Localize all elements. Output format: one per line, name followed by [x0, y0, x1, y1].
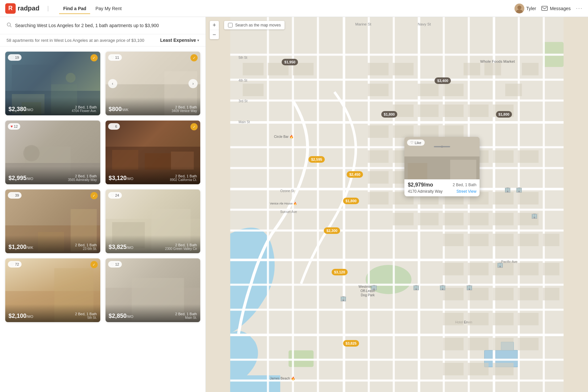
listing-image: ♡ 12 $2,850/MO 2 Bed, 1 Bath Main St. — [106, 258, 201, 322]
more-button[interactable]: ··· — [576, 5, 583, 12]
svg-rect-150 — [518, 288, 539, 300]
svg-text:Circle Bar 🔥: Circle Bar 🔥 — [274, 135, 294, 139]
listing-period: /WK — [26, 246, 33, 250]
hearts-badge: ♡ 19 — [8, 54, 22, 61]
svg-rect-138 — [468, 234, 489, 246]
results-count: 58 apartments for rent in West Los Angel… — [7, 38, 144, 43]
price-pin[interactable]: $1,800 — [381, 111, 398, 118]
listing-card[interactable]: ♡ 6 ✓ $3,120/MO 2 Bed, 1 Bath 8902 Calif… — [106, 121, 201, 184]
price-pin[interactable]: $3,400 — [435, 77, 451, 84]
svg-rect-160 — [443, 363, 464, 375]
listing-image: ♡ 24 $3,825/MO 2 Bed, 1 Bath 2300 Green … — [106, 189, 201, 253]
prev-photo-button[interactable]: ‹ — [108, 79, 117, 88]
heart-icon: ♡ — [10, 262, 14, 267]
price-pin[interactable]: $1,800 — [343, 198, 359, 204]
listing-address: 3409 Venice Way — [172, 109, 197, 113]
popup-like-button[interactable]: ♡ Like — [407, 139, 424, 146]
listing-price: $2,995 — [8, 175, 26, 181]
hearts-badge: ♡ 6 — [108, 123, 120, 130]
svg-rect-55 — [230, 230, 564, 232]
listing-image: ♡ 72 ✓ $2,100/MO 2 Bed, 1 Bath 5th St. — [5, 258, 100, 322]
listing-price: $2,850 — [109, 313, 127, 319]
svg-rect-111 — [418, 125, 439, 138]
building-icon: 🏢 — [466, 284, 473, 290]
svg-rect-153 — [468, 313, 489, 325]
zoom-in-button[interactable]: + — [210, 21, 219, 30]
popup-street-view[interactable]: Street View — [456, 189, 476, 194]
svg-rect-130 — [518, 192, 539, 204]
svg-text:4th St: 4th St — [238, 79, 247, 82]
listing-price-group: $2,995/MO — [8, 175, 33, 182]
svg-rect-151 — [543, 288, 559, 300]
hearts-badge: ♡ 24 — [108, 192, 122, 199]
listing-overlay: $2,380/MO 2 Bed, 1 Bath 4704 Flower Ave. — [5, 97, 100, 115]
nav-find-pad[interactable]: Find a Pad — [59, 3, 90, 14]
listing-price-group: $2,850/MO — [109, 313, 134, 319]
hearts-badge: ♡ 39 — [8, 192, 22, 199]
popup-image: ♡ Like — [404, 137, 480, 179]
svg-rect-149 — [493, 288, 514, 300]
listing-address: 3565 Admiralty Way — [68, 178, 97, 182]
hearts-count: 72 — [15, 262, 19, 266]
search-query: Searching West Los Angeles for 2 bed, 1 … — [15, 23, 159, 28]
listing-period: /MO — [127, 315, 134, 318]
nav-pay-rent[interactable]: Pay My Rent — [91, 3, 125, 14]
listing-overlay: $800/WK 2 Bed, 1 Bath 3409 Venice Way — [106, 97, 201, 115]
price-pin[interactable]: $1,800 — [496, 111, 512, 118]
listing-card[interactable]: ♡ 72 ✓ $2,100/MO 2 Bed, 1 Bath 5th St. — [5, 258, 100, 322]
svg-rect-98 — [443, 84, 464, 96]
heart-icon: ♡ — [10, 193, 14, 198]
price-pin[interactable]: $2,595 — [308, 156, 325, 163]
popup-type: 2 Bed, 1 Bath — [453, 183, 477, 187]
map-container[interactable]: Marine St Navy St 5th St 4th St 3rd St M… — [206, 17, 588, 392]
svg-rect-60 — [230, 359, 564, 361]
listing-price: $2,380 — [8, 106, 26, 112]
popup-address: 4170 Admiralty Way — [408, 189, 442, 194]
svg-rect-157 — [468, 338, 489, 350]
user-area[interactable]: Tyler — [514, 4, 536, 13]
messages-button[interactable]: Messages — [541, 6, 571, 11]
svg-rect-109 — [368, 125, 389, 138]
logo-area[interactable]: R radpad — [5, 3, 40, 14]
popup-price-row: $2,979/mo 2 Bed, 1 Bath — [408, 182, 476, 188]
zoom-out-button[interactable]: − — [210, 30, 219, 39]
listing-price-group: $800/WK — [109, 106, 129, 113]
listing-card[interactable]: ♡ 11 ✓ ‹› $800/WK 2 Bed, 1 Bath 3409 Ven… — [106, 52, 201, 115]
svg-text:Navy St: Navy St — [418, 22, 431, 26]
svg-rect-49 — [230, 100, 564, 102]
price-pin[interactable]: $1,950 — [282, 59, 298, 65]
listing-card[interactable]: ♡ 39 ✓ $1,200/WK 2 Bed, 1 Bath 23 6th St… — [5, 189, 100, 253]
listing-address: 2300 Green Valley Cir — [165, 247, 197, 251]
listing-price-group: $1,200/WK — [8, 244, 33, 251]
svg-rect-95 — [368, 63, 389, 75]
messages-icon — [541, 6, 548, 11]
sort-button[interactable]: Least Expensive ▾ — [160, 38, 199, 43]
hearts-count: 12 — [14, 124, 18, 128]
svg-rect-119 — [518, 150, 539, 163]
svg-rect-50 — [230, 121, 564, 124]
search-as-moves-checkbox[interactable] — [228, 23, 233, 27]
price-pin[interactable]: $2,300 — [324, 227, 340, 234]
next-photo-button[interactable]: › — [188, 79, 198, 88]
listing-card[interactable]: ♥ 12 $2,995/MO 2 Bed, 1 Bath 3565 Admira… — [5, 121, 100, 184]
price-pin[interactable]: $2,450 — [347, 171, 363, 178]
svg-rect-137 — [443, 234, 464, 246]
svg-text:Ozone St: Ozone St — [280, 189, 294, 193]
listing-card[interactable]: ♡ 24 $3,825/MO 2 Bed, 1 Bath 2300 Green … — [106, 189, 201, 253]
price-pin[interactable]: $3,120 — [332, 269, 348, 275]
hearts-badge: ♡ 11 — [108, 54, 122, 61]
svg-rect-91 — [243, 63, 264, 75]
svg-rect-159 — [518, 338, 539, 350]
svg-point-1 — [517, 6, 521, 9]
building-icon: 🏢 — [504, 187, 511, 193]
price-pin[interactable]: $3,825 — [343, 340, 359, 347]
listing-card[interactable]: ♡ 12 $2,850/MO 2 Bed, 1 Bath Main St. — [106, 258, 201, 322]
svg-rect-112 — [443, 125, 464, 138]
listing-overlay: $1,200/WK 2 Bed, 1 Bath 23 6th St. — [5, 235, 100, 253]
listing-address: 5th St. — [75, 316, 97, 319]
svg-rect-158 — [493, 338, 514, 350]
listing-right-info: 2 Bed, 1 Bath 23 6th St. — [75, 243, 97, 251]
listing-card[interactable]: ♡ 19 ✓ $2,380/MO 2 Bed, 1 Bath 4704 Flow… — [5, 52, 100, 115]
listing-price-group: $3,120/MO — [109, 175, 134, 182]
listing-price: $3,825 — [109, 244, 127, 250]
